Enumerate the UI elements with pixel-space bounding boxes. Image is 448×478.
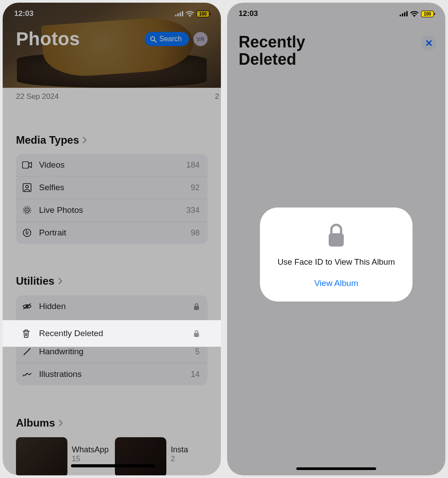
svg-line-17 <box>24 349 30 355</box>
status-bar: 12:03 100 <box>3 3 221 25</box>
row-livephotos[interactable]: Live Photos 334 <box>16 199 208 221</box>
faceid-modal: Use Face ID to View This Album View Albu… <box>260 208 413 302</box>
row-hidden[interactable]: Hidden <box>16 295 208 317</box>
portrait-icon <box>22 228 32 238</box>
svg-rect-21 <box>400 15 401 16</box>
section-title: Albums <box>16 417 55 429</box>
status-time: 12:03 <box>14 9 33 18</box>
status-icons: 100 <box>175 11 209 17</box>
avatar-initials: VR <box>196 36 204 43</box>
date-label: 22 Sep 2024 <box>16 92 59 101</box>
row-count: 334 <box>186 206 200 215</box>
selfie-icon <box>22 183 32 192</box>
status-time: 12:03 <box>239 9 258 18</box>
screenshot-left: 12:03 100 Photos Search VR 22 Sep 2024 2 <box>3 3 221 475</box>
row-label: Illustrations <box>39 369 184 379</box>
wifi-icon <box>410 11 418 17</box>
album-name: Insta <box>171 445 188 454</box>
scroll-indicator[interactable] <box>71 464 155 467</box>
handwriting-icon <box>22 347 32 357</box>
album-thumb <box>16 437 67 475</box>
section-title: Utilities <box>16 275 55 287</box>
row-label: Recently Deleted <box>39 329 186 338</box>
page-title: Photos <box>16 28 80 50</box>
section-title: Media Types <box>16 134 79 146</box>
row-label: Handwriting <box>39 347 188 357</box>
row-label: Portrait <box>39 228 184 238</box>
media-types-header[interactable]: Media Types <box>16 134 208 146</box>
svg-rect-23 <box>404 12 405 17</box>
album-thumb <box>115 437 166 475</box>
header: Photos Search VR <box>16 28 208 50</box>
album-name: WhatsApp <box>72 445 109 454</box>
row-recently-deleted[interactable]: Recently Deleted <box>3 320 221 347</box>
search-button[interactable]: Search <box>145 32 189 46</box>
cellular-icon <box>175 11 183 16</box>
chevron-right-icon <box>59 419 63 427</box>
live-photos-icon <box>22 205 32 215</box>
albums: WhatsApp 15 Insta 2 <box>16 437 221 475</box>
album-count: 2 <box>171 454 188 463</box>
hidden-icon <box>22 302 32 311</box>
wifi-icon <box>186 11 194 17</box>
row-label: Hidden <box>39 302 186 311</box>
svg-rect-7 <box>23 162 29 168</box>
search-icon <box>150 36 157 43</box>
home-indicator[interactable] <box>296 467 376 470</box>
trash-icon <box>22 329 32 338</box>
date-label-peek: 2 <box>215 92 219 101</box>
row-selfies[interactable]: Selfies 92 <box>16 176 208 199</box>
svg-line-6 <box>154 40 156 42</box>
lock-icon <box>193 330 200 337</box>
view-album-button[interactable]: View Album <box>314 278 358 288</box>
screenshot-right: 12:03 100 Recently Deleted Use Face ID t… <box>227 3 445 475</box>
svg-rect-3 <box>182 11 183 16</box>
svg-rect-24 <box>406 11 408 16</box>
row-count: 98 <box>191 228 200 238</box>
battery-level: 100 <box>199 12 207 16</box>
svg-point-25 <box>414 16 415 16</box>
search-label: Search <box>159 35 182 43</box>
row-label: Videos <box>39 160 179 170</box>
status-bar: 12:03 100 <box>227 3 445 25</box>
row-count: 92 <box>191 183 200 192</box>
album-insta[interactable]: Insta 2 <box>115 437 188 475</box>
row-illustrations[interactable]: Illustrations 14 <box>16 363 208 385</box>
svg-rect-2 <box>180 12 181 17</box>
row-count: 5 <box>195 347 200 357</box>
svg-rect-1 <box>177 13 179 16</box>
row-count: 184 <box>186 161 200 170</box>
svg-point-13 <box>24 229 31 237</box>
chevron-right-icon <box>58 278 63 285</box>
video-icon <box>22 160 32 170</box>
battery-icon: 100 <box>421 11 434 17</box>
albums-header[interactable]: Albums <box>16 417 208 429</box>
row-count: 14 <box>191 370 200 379</box>
svg-point-12 <box>26 209 28 211</box>
status-icons: 100 <box>400 11 434 17</box>
svg-point-4 <box>189 16 190 16</box>
album-count: 15 <box>72 454 109 463</box>
album-whatsapp[interactable]: WhatsApp 15 <box>16 437 109 475</box>
modal-text: Use Face ID to View This Album <box>278 257 395 267</box>
chevron-right-icon <box>83 137 87 144</box>
row-videos[interactable]: Videos 184 <box>16 154 208 176</box>
battery-icon: 100 <box>196 11 209 17</box>
lock-icon <box>193 303 200 310</box>
battery-level: 100 <box>424 12 431 16</box>
svg-rect-26 <box>329 233 344 247</box>
cellular-icon <box>400 11 408 16</box>
svg-point-9 <box>26 185 28 188</box>
illustrations-icon <box>22 369 32 379</box>
row-portrait[interactable]: Portrait 98 <box>16 221 208 244</box>
media-types-card: Videos 184 Selfies 92 Live Photos 334 Po… <box>16 154 208 244</box>
svg-rect-22 <box>402 13 403 16</box>
lock-icon <box>326 223 346 248</box>
svg-rect-8 <box>23 184 31 192</box>
row-label: Live Photos <box>39 205 179 215</box>
svg-rect-16 <box>194 306 199 310</box>
svg-rect-0 <box>175 15 177 16</box>
utilities-header[interactable]: Utilities <box>16 275 208 287</box>
avatar[interactable]: VR <box>193 32 208 46</box>
svg-rect-20 <box>194 333 199 337</box>
